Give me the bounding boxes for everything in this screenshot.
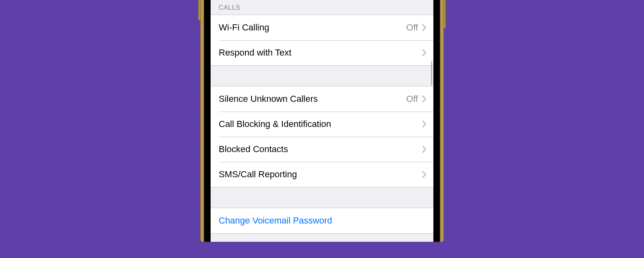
row-label: SMS/Call Reporting (219, 169, 422, 180)
row-value: Off (406, 94, 418, 104)
calls-group: Wi-Fi Calling Off Respond with Text (211, 15, 433, 66)
row-label: Blocked Contacts (219, 144, 422, 155)
row-sms-call-reporting[interactable]: SMS/Call Reporting (211, 162, 433, 187)
row-label: Call Blocking & Identification (219, 119, 422, 129)
row-respond-with-text[interactable]: Respond with Text (211, 40, 433, 65)
chevron-right-icon (422, 146, 426, 153)
section-header-calls: Calls (211, 0, 433, 15)
row-call-blocking-identification[interactable]: Call Blocking & Identification (211, 112, 433, 137)
row-blocked-contacts[interactable]: Blocked Contacts (211, 137, 433, 162)
chevron-right-icon (422, 95, 426, 103)
side-button-left (198, 0, 200, 20)
chevron-right-icon (422, 171, 426, 178)
section-gap (211, 234, 433, 242)
chevron-right-icon (422, 120, 426, 128)
side-button-right (444, 0, 446, 28)
chevron-right-icon (422, 24, 426, 31)
row-change-voicemail-password[interactable]: Change Voicemail Password (211, 208, 433, 233)
settings-screen: Calls Wi-Fi Calling Off Respond with Tex… (211, 0, 433, 242)
blocking-group: Silence Unknown Callers Off Call Blockin… (211, 86, 433, 187)
section-gap (211, 187, 433, 208)
row-label: Respond with Text (219, 47, 422, 58)
row-label: Silence Unknown Callers (219, 94, 406, 104)
phone-frame: Calls Wi-Fi Calling Off Respond with Tex… (200, 0, 444, 242)
row-wifi-calling[interactable]: Wi-Fi Calling Off (211, 15, 433, 40)
scrollbar-thumb[interactable] (431, 61, 432, 85)
section-gap (211, 66, 433, 86)
row-value: Off (406, 22, 418, 33)
chevron-right-icon (422, 49, 426, 56)
row-label: Change Voicemail Password (219, 215, 426, 226)
row-label: Wi-Fi Calling (219, 22, 406, 33)
row-silence-unknown-callers[interactable]: Silence Unknown Callers Off (211, 86, 433, 112)
voicemail-group: Change Voicemail Password (211, 208, 433, 234)
